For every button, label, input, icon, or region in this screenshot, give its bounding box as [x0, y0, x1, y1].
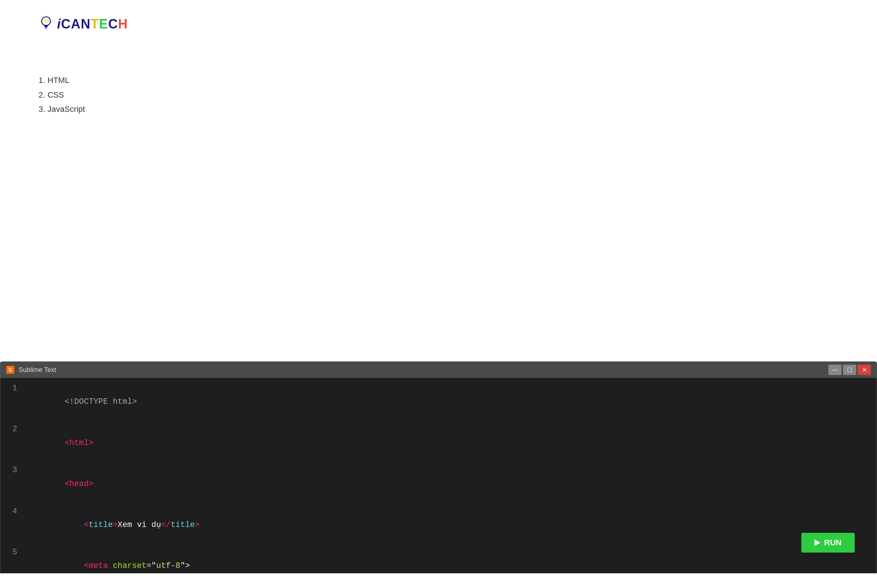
line-content-2: <html>: [26, 423, 93, 464]
line-num-1: 1: [7, 381, 26, 423]
logo-letter-h2: H: [118, 16, 128, 32]
run-button-label: RUN: [824, 538, 841, 548]
svg-line-4: [42, 17, 43, 18]
run-triangle-icon: [814, 539, 820, 546]
logo-letter-e: E: [99, 16, 108, 32]
logo-text: i CAN TECH: [57, 16, 128, 32]
list-item-html: HTML: [48, 73, 85, 88]
content-area: HTML CSS JavaScript: [36, 73, 85, 117]
line-content-3: <head>: [26, 464, 93, 504]
list-item-css: CSS: [48, 88, 85, 102]
svg-rect-7: [44, 25, 48, 26]
logo-letter-i: i: [57, 16, 61, 32]
window-controls: — ☐ ✕: [828, 365, 871, 375]
sublime-text-window: S Sublime Text — ☐ ✕ 1 <!DOCTYPE html> 2…: [0, 362, 877, 573]
line-content-5: <meta charset="utf-8">: [26, 546, 190, 573]
logo-letter-t: T: [91, 16, 99, 32]
window-title: Sublime Text: [19, 366, 56, 374]
code-line-3: 3 <head>: [0, 464, 877, 504]
close-button[interactable]: ✕: [858, 365, 871, 375]
maximize-button[interactable]: ☐: [843, 365, 856, 375]
code-line-4: 4 <title>Xem vi dụ</title>: [0, 505, 877, 546]
titlebar: S Sublime Text — ☐ ✕: [0, 362, 877, 378]
logo-icon: [36, 15, 55, 34]
line-num-2: 2: [7, 423, 26, 464]
line-content-1: <!DOCTYPE html>: [26, 381, 137, 423]
line-num-3: 3: [7, 464, 26, 504]
code-line-5: 5 <meta charset="utf-8">: [0, 546, 877, 573]
svg-rect-8: [45, 26, 48, 27]
logo-letter-c2: C: [108, 16, 118, 32]
run-button[interactable]: RUN: [801, 533, 855, 552]
code-line-1: 1 <!DOCTYPE html>: [0, 381, 877, 423]
svg-line-2: [49, 17, 50, 18]
line-num-5: 5: [7, 546, 26, 573]
sublime-icon: S: [6, 366, 14, 374]
line-content-4: <title>Xem vi dụ</title>: [26, 505, 199, 546]
list-item-js: JavaScript: [48, 102, 85, 117]
code-line-2: 2 <html>: [0, 423, 877, 464]
topic-list: HTML CSS JavaScript: [36, 73, 85, 117]
line-num-4: 4: [7, 505, 26, 546]
code-editor[interactable]: 1 <!DOCTYPE html> 2 <html> 3 <head> 4 <t…: [0, 378, 877, 573]
logo: i CAN TECH: [36, 15, 128, 34]
svg-point-6: [43, 19, 49, 24]
minimize-button[interactable]: —: [828, 365, 841, 375]
logo-letter-can: CAN: [61, 16, 91, 32]
